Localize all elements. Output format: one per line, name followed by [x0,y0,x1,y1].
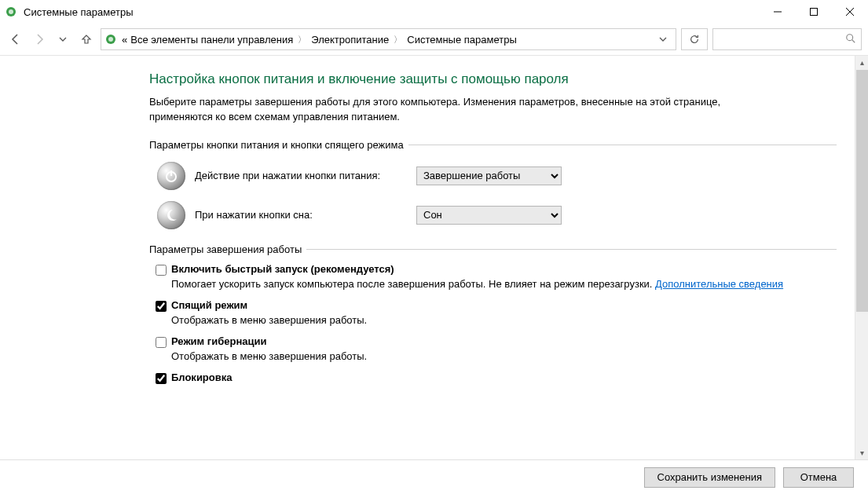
checkbox-input[interactable] [156,301,167,312]
minimize-button[interactable] [760,0,796,24]
sleep-button-label: При нажатии кнопки сна: [195,209,407,221]
content-area: Настройка кнопок питания и включение защ… [0,55,868,459]
checkbox-title: Спящий режим [171,299,247,311]
sleep-button-select[interactable]: Сон [416,206,562,225]
checkbox-input[interactable] [156,337,167,348]
up-button[interactable] [77,30,96,49]
cancel-button[interactable]: Отмена [783,467,854,488]
back-button[interactable] [6,30,25,49]
recent-locations-dropdown[interactable] [53,30,72,49]
more-info-link[interactable]: Дополнительные сведения [655,278,783,290]
checkbox-title: Включить быстрый запуск (рекомендуется) [171,263,394,275]
refresh-button[interactable] [681,28,708,50]
address-bar[interactable]: « Все элементы панели управления 〉 Элект… [101,28,676,50]
chevron-right-icon: 〉 [394,34,402,46]
checkbox-desc: Помогает ускорить запуск компьютера посл… [171,277,837,291]
power-button-row: Действие при нажатии кнопки питания: Зав… [157,162,837,190]
checkbox-input[interactable] [156,265,167,276]
scroll-thumb[interactable] [856,70,868,312]
checkbox-input[interactable] [156,373,167,384]
svg-line-9 [852,39,855,42]
checkbox-fast-startup: Включить быстрый запуск (рекомендуется) … [156,263,837,291]
footer: Сохранить изменения Отмена [0,459,868,494]
breadcrumb-item[interactable]: Системные параметры [407,34,516,46]
titlebar: Системные параметры [0,0,868,24]
checkbox-lock: Блокировка [156,371,837,384]
save-button[interactable]: Сохранить изменения [644,467,776,488]
power-icon [157,162,185,190]
checkbox-sleep: Спящий режим Отображать в меню завершени… [156,299,837,328]
scroll-up-icon[interactable]: ▴ [855,56,868,69]
group-legend: Параметры завершения работы [149,243,306,255]
search-icon [845,33,856,46]
svg-rect-3 [811,9,818,16]
close-button[interactable] [832,0,868,24]
maximize-button[interactable] [796,0,832,24]
svg-point-1 [9,9,13,14]
group-shutdown: Параметры завершения работы Включить быс… [149,243,837,385]
svg-point-8 [847,34,853,40]
address-icon [104,33,117,46]
app-icon [5,5,17,18]
power-button-label: Действие при нажатии кнопки питания: [195,170,407,181]
group-legend: Параметры кнопки питания и кнопки спящег… [149,139,408,151]
vertical-scrollbar[interactable]: ▴ ▾ [855,56,868,459]
breadcrumb-prefix: « [122,34,127,46]
checkbox-hibernation: Режим гибернации Отображать в меню завер… [156,335,837,364]
intro-text: Выберите параметры завершения работы для… [149,95,746,125]
checkbox-desc: Отображать в меню завершения работы. [171,349,837,364]
chevron-right-icon: 〉 [298,34,306,46]
address-history-dropdown[interactable] [654,29,672,49]
window-controls [760,0,868,24]
breadcrumb-item[interactable]: Электропитание [311,34,389,46]
group-power-sleep: Параметры кнопки питания и кнопки спящег… [149,139,837,229]
checkbox-desc: Отображать в меню завершения работы. [171,313,837,328]
moon-icon [157,201,185,229]
window-title: Системные параметры [24,6,133,18]
forward-button[interactable] [30,30,49,49]
breadcrumb: « Все элементы панели управления 〉 Элект… [122,34,649,46]
checkbox-title: Режим гибернации [171,335,267,347]
power-button-select[interactable]: Завершение работы [416,166,562,185]
nav-row: « Все элементы панели управления 〉 Элект… [0,24,868,55]
page-title: Настройка кнопок питания и включение защ… [149,71,837,87]
svg-point-7 [108,37,113,42]
checkbox-title: Блокировка [171,371,232,383]
scroll-down-icon[interactable]: ▾ [855,446,868,459]
breadcrumb-item[interactable]: Все элементы панели управления [130,34,293,46]
sleep-button-row: При нажатии кнопки сна: Сон [157,201,837,229]
search-input[interactable] [712,28,862,50]
